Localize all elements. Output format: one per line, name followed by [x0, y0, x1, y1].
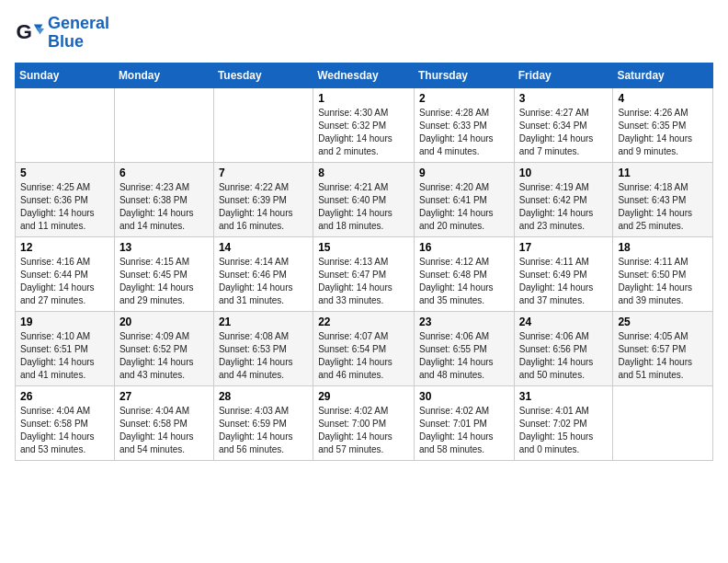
calendar-day-cell: 10Sunrise: 4:19 AM Sunset: 6:42 PM Dayli… [514, 162, 613, 236]
day-info: Sunrise: 4:07 AM Sunset: 6:54 PM Dayligh… [318, 330, 409, 382]
day-number: 19 [20, 316, 109, 328]
calendar-day-cell: 6Sunrise: 4:23 AM Sunset: 6:38 PM Daylig… [114, 162, 213, 236]
svg-text:G: G [17, 20, 32, 43]
day-info: Sunrise: 4:23 AM Sunset: 6:38 PM Dayligh… [119, 181, 209, 233]
day-number: 27 [119, 390, 209, 403]
calendar-day-cell: 4Sunrise: 4:26 AM Sunset: 6:35 PM Daylig… [613, 87, 713, 162]
page-header: G General Blue [15, 15, 713, 52]
calendar-day-cell [213, 87, 313, 162]
calendar-day-cell: 20Sunrise: 4:09 AM Sunset: 6:52 PM Dayli… [114, 311, 213, 385]
day-info: Sunrise: 4:06 AM Sunset: 6:55 PM Dayligh… [419, 330, 509, 382]
calendar-day-cell: 1Sunrise: 4:30 AM Sunset: 6:32 PM Daylig… [313, 87, 415, 162]
day-info: Sunrise: 4:11 AM Sunset: 6:50 PM Dayligh… [618, 256, 708, 307]
calendar-day-cell: 17Sunrise: 4:11 AM Sunset: 6:49 PM Dayli… [514, 236, 613, 311]
day-info: Sunrise: 4:06 AM Sunset: 6:56 PM Dayligh… [519, 330, 609, 382]
calendar-day-cell: 19Sunrise: 4:10 AM Sunset: 6:51 PM Dayli… [16, 311, 115, 385]
calendar-day-cell: 21Sunrise: 4:08 AM Sunset: 6:53 PM Dayli… [213, 311, 313, 385]
day-info: Sunrise: 4:01 AM Sunset: 7:02 PM Dayligh… [519, 405, 609, 456]
day-info: Sunrise: 4:18 AM Sunset: 6:43 PM Dayligh… [618, 181, 708, 233]
calendar-day-cell: 22Sunrise: 4:07 AM Sunset: 6:54 PM Dayli… [313, 311, 415, 385]
calendar-day-cell: 27Sunrise: 4:04 AM Sunset: 6:58 PM Dayli… [114, 385, 213, 460]
day-info: Sunrise: 4:20 AM Sunset: 6:41 PM Dayligh… [419, 181, 509, 233]
calendar-day-cell: 28Sunrise: 4:03 AM Sunset: 6:59 PM Dayli… [213, 385, 313, 460]
calendar-day-cell: 5Sunrise: 4:25 AM Sunset: 6:36 PM Daylig… [16, 162, 115, 236]
day-number: 3 [519, 92, 609, 105]
day-of-week-header: Saturday [613, 63, 713, 87]
day-number: 24 [519, 316, 609, 328]
calendar-week-row: 1Sunrise: 4:30 AM Sunset: 6:32 PM Daylig… [16, 87, 713, 162]
day-of-week-header: Tuesday [213, 63, 313, 87]
day-info: Sunrise: 4:02 AM Sunset: 7:00 PM Dayligh… [318, 405, 409, 456]
day-info: Sunrise: 4:04 AM Sunset: 6:58 PM Dayligh… [119, 405, 209, 456]
day-number: 20 [119, 316, 209, 328]
calendar-day-cell: 9Sunrise: 4:20 AM Sunset: 6:41 PM Daylig… [414, 162, 514, 236]
day-info: Sunrise: 4:13 AM Sunset: 6:47 PM Dayligh… [318, 256, 409, 307]
calendar-day-cell: 23Sunrise: 4:06 AM Sunset: 6:55 PM Dayli… [414, 311, 514, 385]
day-number: 28 [219, 390, 308, 403]
day-info: Sunrise: 4:12 AM Sunset: 6:48 PM Dayligh… [419, 256, 509, 307]
day-info: Sunrise: 4:10 AM Sunset: 6:51 PM Dayligh… [20, 330, 109, 382]
day-of-week-header: Monday [114, 63, 213, 87]
day-number: 5 [20, 167, 109, 179]
day-info: Sunrise: 4:08 AM Sunset: 6:53 PM Dayligh… [219, 330, 308, 382]
day-info: Sunrise: 4:09 AM Sunset: 6:52 PM Dayligh… [119, 330, 209, 382]
day-number: 13 [119, 241, 209, 254]
calendar-day-cell: 29Sunrise: 4:02 AM Sunset: 7:00 PM Dayli… [313, 385, 415, 460]
day-number: 8 [318, 167, 409, 179]
day-info: Sunrise: 4:28 AM Sunset: 6:33 PM Dayligh… [419, 107, 509, 158]
day-info: Sunrise: 4:16 AM Sunset: 6:44 PM Dayligh… [20, 256, 109, 307]
day-info: Sunrise: 4:05 AM Sunset: 6:57 PM Dayligh… [618, 330, 708, 382]
calendar-table: SundayMondayTuesdayWednesdayThursdayFrid… [15, 63, 713, 461]
calendar-day-cell: 25Sunrise: 4:05 AM Sunset: 6:57 PM Dayli… [613, 311, 713, 385]
day-number: 15 [318, 241, 409, 254]
calendar-day-cell [114, 87, 213, 162]
day-number: 6 [119, 167, 209, 179]
day-number: 22 [318, 316, 409, 328]
day-number: 21 [219, 316, 308, 328]
day-number: 17 [519, 241, 609, 254]
calendar-week-row: 19Sunrise: 4:10 AM Sunset: 6:51 PM Dayli… [16, 311, 713, 385]
calendar-week-row: 26Sunrise: 4:04 AM Sunset: 6:58 PM Dayli… [16, 385, 713, 460]
day-info: Sunrise: 4:25 AM Sunset: 6:36 PM Dayligh… [20, 181, 109, 233]
calendar-day-cell: 13Sunrise: 4:15 AM Sunset: 6:45 PM Dayli… [114, 236, 213, 311]
day-info: Sunrise: 4:11 AM Sunset: 6:49 PM Dayligh… [519, 256, 609, 307]
calendar-day-cell: 18Sunrise: 4:11 AM Sunset: 6:50 PM Dayli… [613, 236, 713, 311]
day-info: Sunrise: 4:15 AM Sunset: 6:45 PM Dayligh… [119, 256, 209, 307]
day-number: 31 [519, 390, 609, 403]
calendar-day-cell: 16Sunrise: 4:12 AM Sunset: 6:48 PM Dayli… [414, 236, 514, 311]
day-of-week-header: Wednesday [313, 63, 415, 87]
calendar-day-cell: 14Sunrise: 4:14 AM Sunset: 6:46 PM Dayli… [213, 236, 313, 311]
calendar-day-cell: 11Sunrise: 4:18 AM Sunset: 6:43 PM Dayli… [613, 162, 713, 236]
calendar-day-cell: 2Sunrise: 4:28 AM Sunset: 6:33 PM Daylig… [414, 87, 514, 162]
calendar-week-row: 12Sunrise: 4:16 AM Sunset: 6:44 PM Dayli… [16, 236, 713, 311]
calendar-day-cell: 12Sunrise: 4:16 AM Sunset: 6:44 PM Dayli… [16, 236, 115, 311]
day-info: Sunrise: 4:14 AM Sunset: 6:46 PM Dayligh… [219, 256, 308, 307]
calendar-day-cell: 24Sunrise: 4:06 AM Sunset: 6:56 PM Dayli… [514, 311, 613, 385]
day-number: 26 [20, 390, 109, 403]
calendar-day-cell [16, 87, 115, 162]
day-of-week-header: Sunday [16, 63, 115, 87]
day-number: 30 [419, 390, 509, 403]
day-info: Sunrise: 4:19 AM Sunset: 6:42 PM Dayligh… [519, 181, 609, 233]
day-info: Sunrise: 4:02 AM Sunset: 7:01 PM Dayligh… [419, 405, 509, 456]
calendar-day-cell: 31Sunrise: 4:01 AM Sunset: 7:02 PM Dayli… [514, 385, 613, 460]
day-number: 1 [318, 92, 409, 105]
calendar-header-row: SundayMondayTuesdayWednesdayThursdayFrid… [16, 63, 713, 87]
day-info: Sunrise: 4:26 AM Sunset: 6:35 PM Dayligh… [618, 107, 708, 158]
day-number: 14 [219, 241, 308, 254]
day-info: Sunrise: 4:03 AM Sunset: 6:59 PM Dayligh… [219, 405, 308, 456]
calendar-day-cell: 26Sunrise: 4:04 AM Sunset: 6:58 PM Dayli… [16, 385, 115, 460]
day-number: 29 [318, 390, 409, 403]
logo-icon: G [15, 18, 44, 48]
calendar-day-cell: 3Sunrise: 4:27 AM Sunset: 6:34 PM Daylig… [514, 87, 613, 162]
day-number: 2 [419, 92, 509, 105]
calendar-day-cell: 30Sunrise: 4:02 AM Sunset: 7:01 PM Dayli… [414, 385, 514, 460]
day-info: Sunrise: 4:22 AM Sunset: 6:39 PM Dayligh… [219, 181, 308, 233]
day-info: Sunrise: 4:27 AM Sunset: 6:34 PM Dayligh… [519, 107, 609, 158]
day-number: 16 [419, 241, 509, 254]
day-of-week-header: Friday [514, 63, 613, 87]
calendar-day-cell: 15Sunrise: 4:13 AM Sunset: 6:47 PM Dayli… [313, 236, 415, 311]
day-number: 7 [219, 167, 308, 179]
day-number: 25 [618, 316, 708, 328]
calendar-day-cell [613, 385, 713, 460]
